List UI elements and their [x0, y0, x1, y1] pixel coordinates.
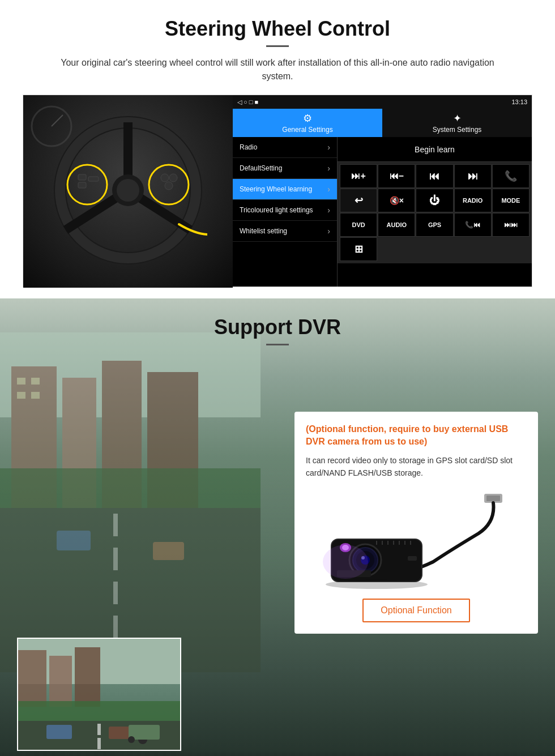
ctrl-mute[interactable]: 🔇× [378, 189, 415, 212]
menu-item-steering-wheel[interactable]: Steering Wheel learning › [233, 179, 337, 200]
ctrl-power[interactable]: ⏻ [416, 189, 453, 212]
dvr-camera-svg [309, 488, 524, 590]
tab-general-settings[interactable]: ⚙ General Settings [233, 109, 382, 137]
dvr-section: Support DVR (Optional function, require … [0, 298, 555, 756]
menu-item-radio-label: Radio [240, 143, 327, 151]
dvr-title-divider [266, 344, 289, 345]
tab-general-label: General Settings [282, 126, 332, 134]
menu-item-tricoloured[interactable]: Tricoloured light settings › [233, 200, 337, 221]
tab-system-settings[interactable]: ✦ System Settings [382, 109, 532, 137]
steering-description: Your original car's steering wheel contr… [45, 56, 510, 83]
svg-rect-10 [78, 182, 86, 188]
svg-rect-33 [57, 531, 91, 550]
svg-rect-53 [408, 556, 417, 561]
svg-rect-60 [75, 647, 100, 707]
svg-rect-24 [31, 378, 40, 385]
svg-rect-61 [18, 701, 181, 724]
gear-icon: ⚙ [303, 112, 312, 125]
svg-rect-29 [113, 548, 118, 570]
steering-wheel-svg [49, 111, 207, 270]
dashboard-svg [0, 751, 555, 756]
ctrl-next[interactable]: ⏭ [454, 164, 492, 188]
svg-point-12 [161, 174, 169, 182]
ctrl-dvd[interactable]: DVD [340, 213, 377, 237]
ctrl-audio[interactable]: AUDIO [378, 213, 415, 237]
svg-point-7 [67, 165, 107, 204]
svg-rect-58 [18, 650, 46, 707]
dvr-product-image [306, 488, 527, 590]
svg-rect-11 [88, 177, 99, 181]
street-scene-svg [0, 332, 261, 672]
menu-item-tricoloured-label: Tricoloured light settings [240, 206, 327, 214]
svg-rect-63 [97, 724, 101, 735]
svg-rect-64 [97, 738, 101, 749]
chevron-right-icon-5: › [327, 227, 330, 236]
svg-rect-59 [49, 656, 72, 707]
nav-back-icon: ◁ ○ □ ■ [237, 99, 258, 106]
status-time: 13:13 [511, 99, 527, 105]
chevron-right-icon-2: › [327, 164, 330, 173]
ctrl-ff[interactable]: ⏭⏭ [492, 213, 530, 237]
ctrl-radio[interactable]: RADIO [454, 189, 492, 212]
ctrl-vol-up[interactable]: ⏭+ [340, 164, 377, 188]
dvr-thumbnail-svg [18, 639, 181, 751]
android-statusbar: ◁ ○ □ ■ 13:13 [233, 95, 532, 109]
title-divider [266, 45, 289, 47]
ctrl-extra[interactable]: ⊞ [340, 237, 377, 261]
control-area: Begin learn ⏭+ ⏮− ⏮ ⏭ 📞 ↩ 🔇× ⏻ RADIO MOD… [338, 137, 532, 287]
svg-rect-34 [153, 542, 184, 560]
menu-item-whitelist[interactable]: Whitelist setting › [233, 221, 337, 242]
steering-demo: ◁ ○ □ ■ 13:13 ⚙ General Settings ✦ Syste… [23, 95, 532, 287]
steering-wheel-photo [23, 95, 233, 288]
svg-point-69 [128, 736, 135, 743]
dvr-title: Support DVR [0, 315, 555, 339]
svg-rect-23 [17, 378, 25, 385]
settings-menu-list: Radio › DefaultSetting › Steering Wheel … [233, 137, 338, 287]
svg-point-14 [165, 182, 173, 190]
menu-body: Radio › DefaultSetting › Steering Wheel … [233, 137, 532, 287]
menu-item-default-label: DefaultSetting [240, 164, 327, 172]
dvr-thumbnail-view [17, 638, 181, 751]
menu-item-steering-label: Steering Wheel learning [240, 185, 327, 193]
svg-point-56 [323, 545, 368, 579]
svg-rect-32 [0, 468, 261, 508]
ctrl-tel-prev[interactable]: 📞⏮ [454, 213, 492, 237]
system-icon: ✦ [453, 112, 462, 125]
svg-rect-66 [109, 727, 131, 739]
svg-rect-36 [486, 496, 500, 501]
menu-item-whitelist-label: Whitelist setting [240, 227, 327, 235]
optional-function-button[interactable]: Optional Function [362, 599, 469, 622]
android-tabs: ⚙ General Settings ✦ System Settings [233, 109, 532, 137]
dvr-card-description: It can record video only to storage in G… [306, 454, 527, 480]
chevron-right-icon: › [327, 143, 330, 152]
ctrl-phone[interactable]: 📞 [492, 164, 530, 188]
car-dashboard [0, 751, 555, 756]
chevron-right-icon-3: › [327, 185, 330, 194]
ctrl-gps[interactable]: GPS [416, 213, 453, 237]
steering-title: Steering Wheel Control [23, 17, 532, 41]
ctrl-hang-up[interactable]: ↩ [340, 189, 377, 212]
optional-btn-container: Optional Function [306, 599, 527, 622]
svg-point-13 [169, 174, 177, 182]
begin-learn-row: Begin learn [338, 137, 532, 162]
dvr-card-title: (Optional function, require to buy exter… [306, 423, 527, 449]
dvr-title-area: Support DVR [0, 298, 555, 360]
ctrl-vol-down[interactable]: ⏮− [378, 164, 415, 188]
ctrl-prev[interactable]: ⏮ [416, 164, 453, 188]
tab-system-label: System Settings [433, 126, 482, 134]
android-ui-panel: ◁ ○ □ ■ 13:13 ⚙ General Settings ✦ Syste… [233, 95, 532, 287]
svg-point-6 [117, 179, 139, 202]
svg-rect-26 [31, 392, 40, 399]
steering-section: Steering Wheel Control Your original car… [0, 0, 555, 298]
ctrl-mode[interactable]: MODE [492, 189, 530, 212]
svg-rect-65 [46, 725, 72, 739]
svg-rect-9 [78, 174, 86, 180]
svg-rect-28 [113, 514, 118, 536]
menu-item-default-setting[interactable]: DefaultSetting › [233, 158, 337, 179]
chevron-right-icon-4: › [327, 206, 330, 215]
menu-item-radio[interactable]: Radio › [233, 137, 337, 158]
begin-learn-button[interactable]: Begin learn [415, 145, 455, 154]
control-buttons-grid: ⏭+ ⏮− ⏮ ⏭ 📞 ↩ 🔇× ⏻ RADIO MODE DVD AUDIO … [338, 162, 532, 263]
dvr-info-card: (Optional function, require to buy exter… [294, 412, 538, 634]
svg-rect-25 [17, 392, 25, 399]
